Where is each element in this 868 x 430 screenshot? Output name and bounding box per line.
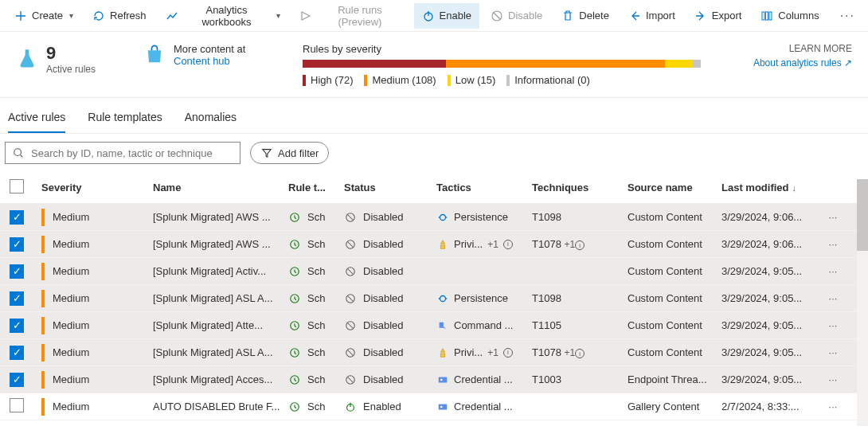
learn-link-text: About analytics rules	[753, 57, 842, 68]
tab-anomalies[interactable]: Anomalies	[185, 106, 237, 133]
command-icon	[436, 319, 449, 332]
row-checkbox[interactable]: ✓	[10, 291, 24, 306]
col-name[interactable]: Name	[153, 182, 288, 194]
technique-value: T1105	[532, 319, 561, 331]
row-checkbox[interactable]	[10, 398, 24, 412]
row-menu-button[interactable]: ···	[821, 211, 845, 223]
export-button[interactable]: Export	[686, 3, 750, 29]
source-value: Custom Content	[628, 211, 721, 223]
col-modified[interactable]: Last modified↓	[721, 182, 821, 194]
active-rules-count: 9	[46, 43, 96, 64]
workbooks-button[interactable]: Analytics workbooks ▾	[158, 3, 289, 29]
status-icon	[344, 265, 357, 278]
table-row[interactable]: ✓ Medium [Splunk Migrated] ASL A... Sch …	[0, 339, 868, 366]
row-menu-button[interactable]: ···	[821, 265, 845, 277]
learn-more: LEARN MORE About analytics rules ↗	[753, 43, 852, 68]
table-row[interactable]: ✓ Medium [Splunk Migrated] ASL A... Sch …	[0, 285, 868, 312]
severity-value: Medium	[53, 211, 89, 223]
severity-value: Medium	[53, 292, 89, 304]
row-checkbox[interactable]: ✓	[10, 237, 24, 252]
table-row[interactable]: Medium AUTO DISABLED Brute F... Sch Enab…	[0, 393, 868, 420]
row-menu-button[interactable]: ···	[821, 401, 845, 412]
external-link-icon: ↗	[844, 57, 852, 68]
create-label: Create	[32, 10, 63, 22]
tab-active-rules[interactable]: Active rules	[8, 106, 65, 133]
status-icon	[344, 373, 357, 386]
severity-seg-high	[303, 60, 446, 68]
columns-button[interactable]: Columns	[753, 3, 827, 29]
col-ruletype[interactable]: Rule t...	[288, 182, 344, 194]
refresh-button[interactable]: Refresh	[84, 3, 154, 29]
status-icon	[344, 238, 357, 251]
row-checkbox[interactable]: ✓	[10, 373, 24, 387]
table-row[interactable]: ✓ Medium [Splunk Migrated] AWS ... Sch D…	[0, 231, 868, 258]
row-menu-button[interactable]: ···	[821, 346, 845, 358]
tab-rule-templates[interactable]: Rule templates	[88, 106, 162, 133]
plus-icon	[14, 10, 27, 22]
ruletype-value: Sch	[307, 401, 325, 412]
import-button[interactable]: Import	[620, 3, 683, 29]
col-severity[interactable]: Severity	[41, 182, 153, 194]
select-all-checkbox[interactable]	[10, 179, 24, 194]
svg-rect-4	[769, 12, 772, 20]
col-source[interactable]: Source name	[628, 182, 721, 194]
active-rules-stat: 9 Active rules	[16, 43, 111, 75]
row-checkbox[interactable]: ✓	[10, 264, 24, 279]
tactic-plus-badge: +1	[487, 239, 499, 250]
overflow-menu-icon[interactable]: ···	[834, 9, 862, 23]
ruleruns-label: Rule runs (Preview)	[317, 4, 402, 28]
col-techniques[interactable]: Techniques	[532, 182, 628, 194]
row-checkbox[interactable]: ✓	[10, 210, 24, 225]
rule-name: AUTO DISABLED Brute F...	[153, 401, 288, 412]
row-menu-button[interactable]: ···	[821, 373, 845, 385]
rule-name: [Splunk Migrated] ASL A...	[153, 346, 288, 358]
table-row[interactable]: ✓ Medium [Splunk Migrated] Acces... Sch …	[0, 366, 868, 393]
row-checkbox[interactable]: ✓	[10, 346, 24, 360]
legend-info: Informational (0)	[514, 74, 590, 86]
add-filter-label: Add filter	[278, 147, 319, 159]
table-row[interactable]: ✓ Medium [Splunk Migrated] Activ... Sch …	[0, 258, 868, 285]
content-hub-link[interactable]: More content at Content hub	[143, 43, 271, 67]
enable-button[interactable]: Enable	[414, 3, 479, 29]
ruletype-value: Sch	[307, 319, 325, 331]
technique-value: T1078	[532, 346, 561, 358]
modified-value: 2/7/2024, 8:33:...	[721, 401, 821, 412]
row-menu-button[interactable]: ···	[821, 292, 845, 304]
severity-seg-medium	[446, 60, 665, 68]
clock-icon	[288, 292, 301, 305]
row-checkbox[interactable]: ✓	[10, 319, 24, 333]
col-status[interactable]: Status	[344, 182, 436, 194]
severity-value: Medium	[53, 319, 89, 331]
technique-value: T1003	[532, 373, 561, 385]
rule-name: [Splunk Migrated] Atte...	[153, 319, 288, 331]
create-button[interactable]: Create ▾	[6, 3, 81, 29]
source-value: Endpoint Threa...	[628, 373, 721, 385]
search-box[interactable]	[5, 142, 240, 164]
legend-medium-icon	[364, 75, 367, 86]
search-icon	[12, 147, 25, 159]
scrollbar-thumb[interactable]	[857, 179, 868, 251]
scrollbar[interactable]	[857, 179, 868, 426]
severity-indicator	[41, 344, 45, 362]
severity-legend: High (72) Medium (108) Low (15) Informat…	[303, 74, 721, 86]
row-menu-button[interactable]: ···	[821, 238, 845, 250]
tab-bar: Active rules Rule templates Anomalies	[0, 98, 868, 134]
learn-link[interactable]: About analytics rules ↗	[753, 57, 852, 68]
delete-button[interactable]: Delete	[553, 3, 617, 29]
chevron-down-icon: ▾	[69, 11, 73, 20]
add-filter-button[interactable]: Add filter	[250, 142, 329, 164]
clock-icon	[288, 346, 301, 359]
trash-icon	[561, 10, 574, 22]
workbooks-label: Analytics workbooks	[183, 4, 271, 28]
tactic-value: Privi...	[454, 238, 483, 250]
col-tactics[interactable]: Tactics	[436, 182, 532, 194]
table-row[interactable]: ✓ Medium [Splunk Migrated] Atte... Sch D…	[0, 312, 868, 339]
row-menu-button[interactable]: ···	[821, 319, 845, 331]
technique-value: T1098	[532, 292, 561, 304]
table-row[interactable]: ✓ Medium [Splunk Migrated] AWS ... Sch D…	[0, 204, 868, 231]
source-value: Custom Content	[628, 346, 721, 358]
search-input[interactable]	[31, 147, 233, 159]
source-value: Custom Content	[628, 238, 721, 250]
tactic-value: Persistence	[454, 292, 508, 304]
enable-label: Enable	[440, 10, 471, 22]
